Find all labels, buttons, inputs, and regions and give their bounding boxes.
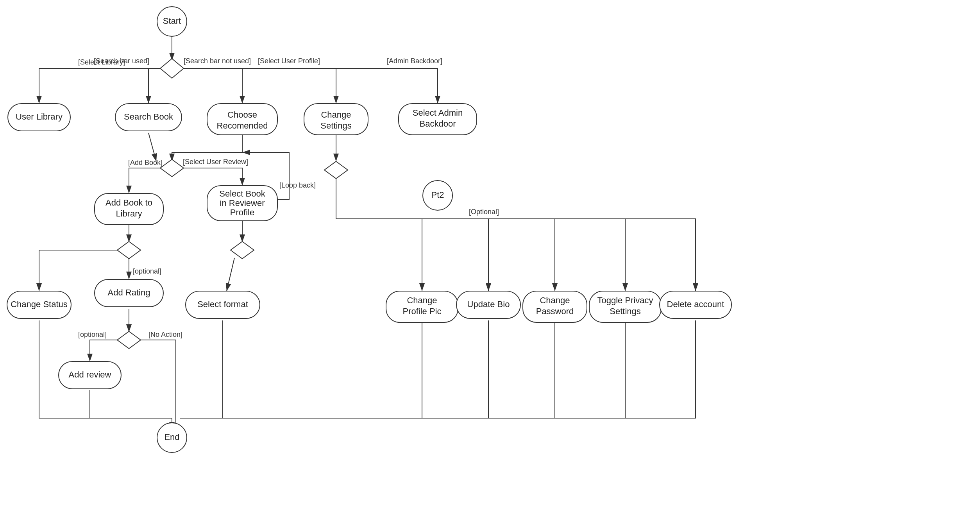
delete-account-node: Delete account xyxy=(660,291,731,318)
change-settings-label2: Settings xyxy=(320,121,352,131)
select-book-reviewer-label3: Profile xyxy=(230,207,254,217)
toggle-privacy-node: Toggle Privacy Settings xyxy=(589,291,661,322)
label-optional3: [optional] xyxy=(78,331,107,338)
edge-d5-noaction xyxy=(138,340,176,430)
diamond3-node xyxy=(117,241,141,259)
svg-marker-12 xyxy=(117,241,141,259)
edge-d2-selectbookreviewer xyxy=(181,168,242,186)
edge-d6-updatebio xyxy=(336,176,488,291)
edge-d6-changeprofilepic xyxy=(336,176,422,291)
user-library-node: User Library xyxy=(8,104,70,131)
svg-marker-3 xyxy=(160,59,184,78)
search-book-label: Search Book xyxy=(124,112,173,122)
edge-chooserecommended-d2 xyxy=(172,133,242,161)
start-node: Start xyxy=(157,7,187,36)
add-rating-label: Add Rating xyxy=(108,288,150,297)
svg-marker-9 xyxy=(160,159,184,177)
edge-d1-chooserecommended xyxy=(180,68,242,104)
add-book-to-library-label2: Library xyxy=(116,209,142,218)
select-book-reviewer-label1: Select Book xyxy=(219,189,265,199)
svg-marker-17 xyxy=(117,331,141,349)
label-optional1: [optional] xyxy=(133,267,161,275)
select-admin-backdoor-node: Select Admin Backdoor xyxy=(399,104,477,135)
diamond6-node xyxy=(324,161,348,179)
choose-recommended-node: Choose Recomended xyxy=(207,104,277,135)
toggle-privacy-label1: Toggle Privacy xyxy=(597,295,653,305)
label-select-user-profile: [Select User Profile] xyxy=(258,57,320,65)
edge-selectformat-end xyxy=(180,320,223,418)
edge-d2-addbooktolibrary xyxy=(129,168,163,193)
change-settings-label1: Change xyxy=(321,110,351,120)
add-review-label: Add review xyxy=(69,370,111,379)
edge-d4-selectformat xyxy=(227,258,234,291)
flowchart-diagram: [Select Library] [Search bar used] [Sear… xyxy=(0,0,980,508)
edge-d1-searchbook xyxy=(148,68,164,104)
toggle-privacy-label2: Settings xyxy=(610,306,641,316)
change-status-label: Change Status xyxy=(11,299,68,309)
end-node: End xyxy=(157,423,187,453)
add-review-node: Add review xyxy=(59,361,121,389)
select-admin-backdoor-label2: Backdoor xyxy=(420,119,456,129)
search-book-node: Search Book xyxy=(115,104,182,131)
label-add-book: [Add Book] xyxy=(128,159,163,166)
start-label: Start xyxy=(163,16,181,26)
pt2-label: Pt2 xyxy=(431,190,444,200)
change-status-node: Change Status xyxy=(7,291,71,318)
edge-d1-changesettings xyxy=(182,68,336,104)
label-no-action: [No Action] xyxy=(148,331,182,338)
edge-d5-addreview xyxy=(90,340,120,361)
change-profile-pic-node: Change Profile Pic xyxy=(386,291,458,322)
user-library-label: User Library xyxy=(16,112,63,122)
label-searchbar-notused: [Search bar not used] xyxy=(184,57,251,65)
change-password-label2: Password xyxy=(536,306,574,316)
diamond2-node xyxy=(160,159,184,177)
select-book-reviewer-label2: in Reviewer xyxy=(220,198,265,208)
edge-d1-adminbackdoor xyxy=(182,68,438,104)
choose-recommended-label2: Recomended xyxy=(217,121,268,131)
edge-d6-deleteaccount xyxy=(336,176,696,291)
edge-searchbook-d2 xyxy=(148,133,156,161)
svg-marker-20 xyxy=(324,161,348,179)
choose-recommended-label1: Choose xyxy=(227,110,257,120)
diamond1-node xyxy=(160,59,184,78)
update-bio-label: Update Bio xyxy=(467,299,510,309)
select-book-reviewer-node: Select Book in Reviewer Profile xyxy=(207,186,277,221)
pt2-node: Pt2 xyxy=(423,181,452,210)
delete-account-label: Delete account xyxy=(667,299,724,309)
label-select-user-review: [Select User Review] xyxy=(183,158,248,166)
update-bio-node: Update Bio xyxy=(456,291,520,318)
change-password-label1: Change xyxy=(540,295,570,305)
change-profile-pic-label2: Profile Pic xyxy=(402,306,441,316)
edge-d1-userlibrary xyxy=(39,68,162,104)
add-book-to-library-node: Add Book to Library xyxy=(95,193,163,225)
select-format-label: Select format xyxy=(197,299,248,309)
label-admin-backdoor: [Admin Backdoor] xyxy=(387,57,442,65)
label-optional2: [Optional] xyxy=(469,208,499,216)
svg-marker-13 xyxy=(231,241,254,259)
edge-d6-toggleprivacy xyxy=(336,176,625,291)
add-book-to-library-label1: Add Book to xyxy=(106,198,152,207)
change-profile-pic-label1: Change xyxy=(407,295,437,305)
label-loop-back: [Loop back] xyxy=(279,181,316,189)
select-format-node: Select format xyxy=(186,291,260,318)
add-rating-node: Add Rating xyxy=(95,279,163,307)
edge-deleteaccount-end xyxy=(195,320,696,418)
change-password-node: Change Password xyxy=(523,291,587,322)
edge-addreview-end xyxy=(90,390,172,430)
select-admin-backdoor-label1: Select Admin xyxy=(413,108,463,118)
edge-changeprofilepic-end xyxy=(195,320,422,418)
change-settings-node: Change Settings xyxy=(304,104,368,135)
label-searchbar-used: [Search bar used] xyxy=(94,57,149,65)
diamond4-node xyxy=(231,241,254,259)
end-label: End xyxy=(164,432,179,442)
diamond5-node xyxy=(117,331,141,349)
